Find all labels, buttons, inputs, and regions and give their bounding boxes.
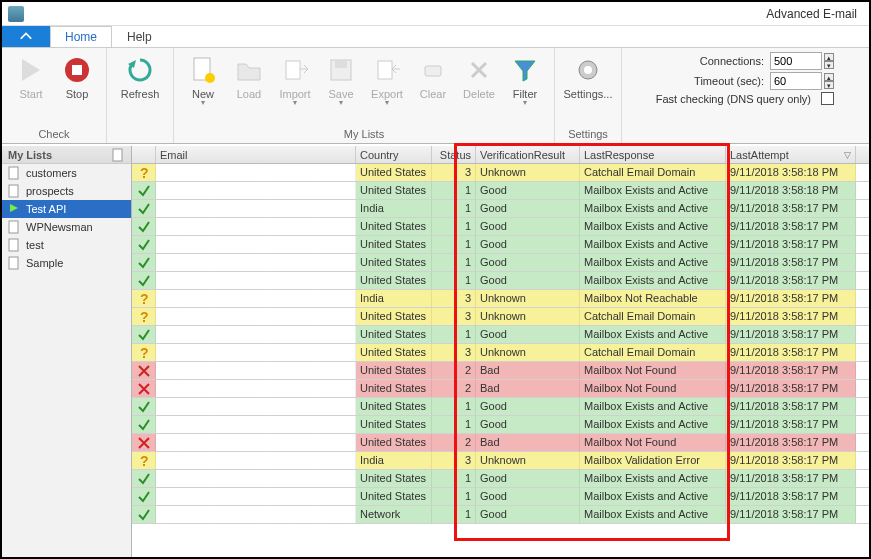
cell-attempt: 9/11/2018 3:58:17 PM (726, 308, 856, 325)
svg-text:?: ? (140, 346, 149, 360)
table-row[interactable]: India1GoodMailbox Exists and Active9/11/… (132, 200, 869, 218)
export-button[interactable]: Export ▾ (364, 50, 410, 111)
sidebar-item[interactable]: prospects (2, 182, 131, 200)
refresh-button[interactable]: Refresh (113, 50, 167, 102)
col-email[interactable]: Email (156, 146, 356, 163)
col-status[interactable]: Status (432, 146, 476, 163)
table-row[interactable]: ?United States3UnknownCatchall Email Dom… (132, 164, 869, 182)
table-row[interactable]: United States2BadMailbox Not Found9/11/2… (132, 362, 869, 380)
cell-response: Mailbox Exists and Active (580, 200, 726, 217)
table-row[interactable]: ?India3UnknownMailbox Not Reachable9/11/… (132, 290, 869, 308)
connections-spinner[interactable]: ▴▾ (824, 53, 834, 69)
sidebar-item[interactable]: Test API (2, 200, 131, 218)
grid-header: Email Country Status VerificationResult … (132, 146, 869, 164)
status-icon (132, 398, 156, 415)
table-row[interactable]: United States1GoodMailbox Exists and Act… (132, 326, 869, 344)
cell-status: 1 (432, 470, 476, 487)
table-row[interactable]: United States2BadMailbox Not Found9/11/2… (132, 434, 869, 452)
delete-button[interactable]: Delete (456, 50, 502, 102)
cell-verification: Unknown (476, 344, 580, 361)
sidebar-new-icon[interactable] (111, 148, 125, 162)
table-row[interactable]: United States1GoodMailbox Exists and Act… (132, 254, 869, 272)
clear-button[interactable]: Clear (410, 50, 456, 102)
sidebar-item[interactable]: WPNewsman (2, 218, 131, 236)
cell-response: Mailbox Not Reachable (580, 290, 726, 307)
cell-status: 1 (432, 182, 476, 199)
funnel-icon (509, 54, 541, 86)
import-button[interactable]: Import ▾ (272, 50, 318, 111)
cell-attempt: 9/11/2018 3:58:17 PM (726, 416, 856, 433)
tab-help[interactable]: Help (112, 26, 167, 47)
timeout-input[interactable] (770, 72, 822, 90)
start-button[interactable]: Start (8, 50, 54, 102)
col-attempt[interactable]: LastAttempt▽ (726, 146, 856, 163)
status-icon: ? (132, 290, 156, 307)
status-icon (132, 470, 156, 487)
svg-rect-6 (286, 61, 300, 79)
cell-attempt: 9/11/2018 3:58:17 PM (726, 398, 856, 415)
col-icon[interactable] (132, 146, 156, 163)
cell-country: United States (356, 470, 432, 487)
table-row[interactable]: United States1GoodMailbox Exists and Act… (132, 272, 869, 290)
table-row[interactable]: United States1GoodMailbox Exists and Act… (132, 470, 869, 488)
table-row[interactable]: ?United States3UnknownCatchall Email Dom… (132, 344, 869, 362)
tab-home[interactable]: Home (50, 26, 112, 47)
cell-response: Mailbox Exists and Active (580, 254, 726, 271)
table-row[interactable]: United States1GoodMailbox Exists and Act… (132, 182, 869, 200)
cell-verification: Good (476, 272, 580, 289)
cell-response: Mailbox Not Found (580, 362, 726, 379)
svg-text:?: ? (140, 310, 149, 324)
sidebar-item[interactable]: test (2, 236, 131, 254)
col-country[interactable]: Country (356, 146, 432, 163)
cell-verification: Unknown (476, 290, 580, 307)
table-row[interactable]: United States1GoodMailbox Exists and Act… (132, 236, 869, 254)
status-icon: ? (132, 308, 156, 325)
chevron-down-icon: ▾ (385, 98, 389, 107)
cell-verification: Good (476, 488, 580, 505)
table-row[interactable]: United States1GoodMailbox Exists and Act… (132, 398, 869, 416)
filter-button[interactable]: Filter ▾ (502, 50, 548, 111)
table-row[interactable]: ?India3UnknownMailbox Validation Error9/… (132, 452, 869, 470)
table-row[interactable]: United States1GoodMailbox Exists and Act… (132, 416, 869, 434)
sidebar-item-label: prospects (26, 185, 74, 197)
cell-country: United States (356, 218, 432, 235)
table-row[interactable]: United States1GoodMailbox Exists and Act… (132, 218, 869, 236)
stop-button[interactable]: Stop (54, 50, 100, 102)
cell-email (156, 452, 356, 469)
connections-input[interactable] (770, 52, 822, 70)
chevron-down-icon: ▾ (293, 98, 297, 107)
cell-verification: Good (476, 182, 580, 199)
status-icon (132, 434, 156, 451)
app-title: Advanced E-mail (28, 7, 863, 21)
cell-response: Catchall Email Domain (580, 308, 726, 325)
load-button[interactable]: Load (226, 50, 272, 102)
play-icon (15, 54, 47, 86)
cell-response: Mailbox Exists and Active (580, 218, 726, 235)
cell-verification: Good (476, 398, 580, 415)
sidebar-item[interactable]: customers (2, 164, 131, 182)
cell-status: 1 (432, 218, 476, 235)
cell-status: 3 (432, 164, 476, 181)
table-row[interactable]: ?United States3UnknownCatchall Email Dom… (132, 308, 869, 326)
col-response[interactable]: LastResponse (580, 146, 726, 163)
table-row[interactable]: Network1GoodMailbox Exists and Active9/1… (132, 506, 869, 524)
file-menu-button[interactable] (2, 26, 50, 47)
svg-rect-13 (113, 149, 122, 161)
cell-verification: Unknown (476, 164, 580, 181)
timeout-label: Timeout (sec): (694, 75, 764, 87)
cell-country: India (356, 290, 432, 307)
save-button[interactable]: Save ▾ (318, 50, 364, 111)
timeout-spinner[interactable]: ▴▾ (824, 73, 834, 89)
cell-email (156, 380, 356, 397)
new-button[interactable]: New ▾ (180, 50, 226, 111)
settings-button[interactable]: Settings... (561, 50, 615, 102)
delete-icon (463, 54, 495, 86)
cell-email (156, 398, 356, 415)
fastcheck-checkbox[interactable] (821, 92, 834, 105)
cell-attempt: 9/11/2018 3:58:17 PM (726, 380, 856, 397)
table-row[interactable]: United States1GoodMailbox Exists and Act… (132, 488, 869, 506)
cell-response: Mailbox Exists and Active (580, 506, 726, 523)
sidebar-item[interactable]: Sample (2, 254, 131, 272)
col-verification[interactable]: VerificationResult (476, 146, 580, 163)
table-row[interactable]: United States2BadMailbox Not Found9/11/2… (132, 380, 869, 398)
